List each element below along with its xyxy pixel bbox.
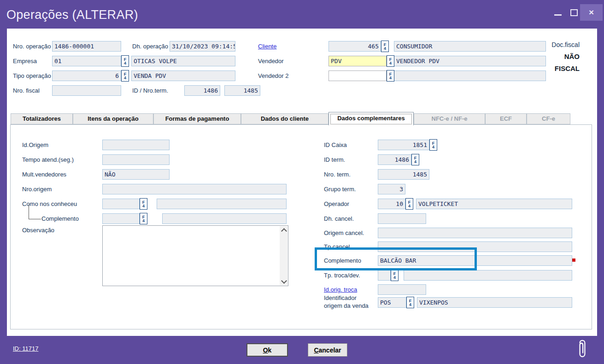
vendedor-code-field[interactable]: PDV <box>328 56 387 66</box>
tab-nfce-nfe: NFC-e / NF-e <box>414 113 485 124</box>
tp-troca-dev-desc-field[interactable] <box>404 270 572 281</box>
vendedor2-label: Vendedor 2 <box>258 70 289 81</box>
vendedor-label: Vendedor <box>258 56 284 66</box>
annotation-red-dot <box>572 258 575 262</box>
nro-origem-field[interactable] <box>102 184 287 194</box>
complemento-field[interactable]: BALCÃO BAR <box>378 255 572 266</box>
tipo-operacao-label: Tipo operação <box>13 70 51 81</box>
grupo-term-label: Grupo term. <box>324 184 356 194</box>
complemento-conheceu-label: Complemento <box>41 213 79 224</box>
nro-fiscal-field[interactable] <box>52 85 121 96</box>
tab-itens-da-operacao[interactable]: Itens da operação <box>73 113 153 124</box>
nro-origem-label: Nro.origem <box>22 184 52 194</box>
operador-name-field[interactable]: VOLPETICKET <box>416 199 572 209</box>
complemento-conheceu-f4-lookup-icon[interactable]: F4 <box>140 213 147 224</box>
dh-operacao-field[interactable]: 31/10/2023 09:14:58 <box>170 41 235 52</box>
doc-fiscal-value-line2: FISCAL <box>555 65 580 72</box>
como-nos-conheceu-f4-lookup-icon[interactable]: F4 <box>140 198 147 210</box>
operador-f4-lookup-icon[interactable]: F4 <box>405 198 413 210</box>
tipo-operacao-code-field[interactable]: 6 <box>52 70 121 81</box>
operador-code-field[interactable]: 10 <box>378 199 405 209</box>
tp-troca-dev-code-field[interactable] <box>378 270 391 281</box>
complemento-conheceu-desc-field[interactable] <box>162 213 287 224</box>
tp-troca-dev-label: Tp. troca/dev. <box>324 270 360 281</box>
vendedor2-f4-lookup-icon[interactable]: F4 <box>387 70 394 82</box>
tab-dados-do-cliente[interactable]: Dados do cliente <box>241 113 328 124</box>
identificador-origem-f4-lookup-icon[interactable]: F4 <box>406 297 414 308</box>
tab-cfe: CF-e <box>527 113 570 124</box>
id-origem-field[interactable] <box>102 140 170 150</box>
tab-ecf: ECF <box>485 113 527 124</box>
cancel-button[interactable]: Cancelar <box>308 343 347 357</box>
id-term-f4-lookup-icon[interactable]: F4 <box>411 154 419 165</box>
id-orig-troca-link[interactable]: Id.orig. troca <box>324 284 357 295</box>
tipo-operacao-name-field[interactable]: VENDA PDV <box>131 70 235 81</box>
id-term-label: ID term. <box>324 154 345 165</box>
ok-button[interactable]: Ok <box>246 343 288 357</box>
id-caixa-f4-lookup-icon[interactable]: F4 <box>429 139 437 151</box>
tp-troca-dev-f4-lookup-icon[interactable]: F4 <box>391 270 399 281</box>
minimize-icon[interactable] <box>554 14 562 16</box>
nro-operacao-label: Nro. operação <box>13 41 51 52</box>
scroll-up-icon[interactable] <box>280 226 287 234</box>
observacao-label: Observação <box>22 225 54 235</box>
doc-fiscal-value-line1: NÃO <box>564 53 580 60</box>
complemento-conheceu-code-field[interactable] <box>102 213 140 224</box>
vendedor-f4-lookup-icon[interactable]: F4 <box>387 55 394 67</box>
identificador-origem-code-field[interactable]: POS <box>378 297 406 308</box>
observacao-scrollbar[interactable] <box>280 226 287 285</box>
dh-operacao-label: Dh. operação <box>132 41 168 52</box>
nro-term-field[interactable]: 1485 <box>378 169 429 180</box>
tempo-atend-field[interactable] <box>102 154 170 165</box>
vendedor2-code-field[interactable] <box>328 70 387 81</box>
dh-cancel-field[interactable] <box>378 213 426 224</box>
id-term-field[interactable]: 1486 <box>378 154 411 165</box>
paperclip-icon[interactable] <box>576 337 588 361</box>
complemento-label: Complemento <box>324 255 361 266</box>
como-nos-conheceu-code-field[interactable] <box>102 199 140 209</box>
tab-formas-de-pagamento[interactable]: Formas de pagamento <box>153 113 241 124</box>
mult-vendedores-field[interactable]: NÃO <box>102 169 170 180</box>
tipo-operacao-f4-lookup-icon[interactable]: F4 <box>121 70 129 82</box>
origem-cancel-label: Origem cancel. <box>324 228 364 238</box>
vendedor2-name-field[interactable] <box>394 70 546 81</box>
tp-cancel-field[interactable] <box>378 241 572 252</box>
grupo-term-field[interactable]: 3 <box>378 184 405 194</box>
id-term-header-field[interactable]: 1486 <box>184 85 220 96</box>
como-nos-conheceu-desc-field[interactable] <box>157 199 287 209</box>
scroll-down-icon[interactable] <box>280 277 287 285</box>
vendedor-name-field[interactable]: VENDEDOR PDV <box>394 56 546 66</box>
tab-dados-complementares[interactable]: Dados complementares <box>328 112 414 125</box>
nro-fiscal-label: Nro. fiscal <box>13 85 40 96</box>
operacoes-window: Operações (ALTERAR) × Nro. operação 1486… <box>0 0 604 364</box>
cliente-name-field[interactable]: CONSUMIDOR <box>394 41 546 52</box>
observacao-textarea[interactable] <box>102 225 288 286</box>
window-title: Operações (ALTERAR) <box>6 8 138 22</box>
identificador-origem-name-field[interactable]: VIXENPOS <box>417 297 572 308</box>
tp-cancel-label: Tp.cancel. <box>324 241 352 252</box>
identificador-origem-label-line1: Identificador <box>324 294 357 302</box>
origem-cancel-field[interactable] <box>378 228 572 238</box>
cliente-f4-lookup-icon[interactable]: F4 <box>381 41 389 52</box>
cliente-code-field[interactable]: 465 <box>328 41 381 52</box>
doc-fiscal-label: Doc.fiscal <box>551 41 580 48</box>
tree-connector-line <box>29 205 41 219</box>
cliente-link[interactable]: Cliente <box>258 41 276 52</box>
mult-vendedores-label: Mult.vendedores <box>22 169 66 180</box>
id-orig-troca-field[interactable] <box>378 284 426 295</box>
nro-term-header-field[interactable]: 1485 <box>224 85 260 96</box>
empresa-code-field[interactable]: 01 <box>52 56 121 66</box>
nro-operacao-field[interactable]: 1486-000001 <box>52 41 121 52</box>
maximize-icon[interactable] <box>570 9 578 16</box>
id-origem-label: Id.Origem <box>22 140 48 150</box>
close-icon[interactable]: × <box>580 4 603 21</box>
operador-label: Operador <box>324 199 349 209</box>
empresa-f4-lookup-icon[interactable]: F4 <box>121 55 129 67</box>
tab-totalizadores[interactable]: Totalizadores <box>11 113 73 124</box>
id-caixa-label: ID Caixa <box>324 140 347 150</box>
nro-term-label: Nro. term. <box>324 169 351 180</box>
id-caixa-field[interactable]: 1851 <box>378 140 429 150</box>
empresa-label: Empresa <box>13 56 37 66</box>
empresa-name-field[interactable]: OTICAS VOLPE <box>131 56 235 66</box>
record-id-link[interactable]: ID: 11717 <box>13 345 38 352</box>
